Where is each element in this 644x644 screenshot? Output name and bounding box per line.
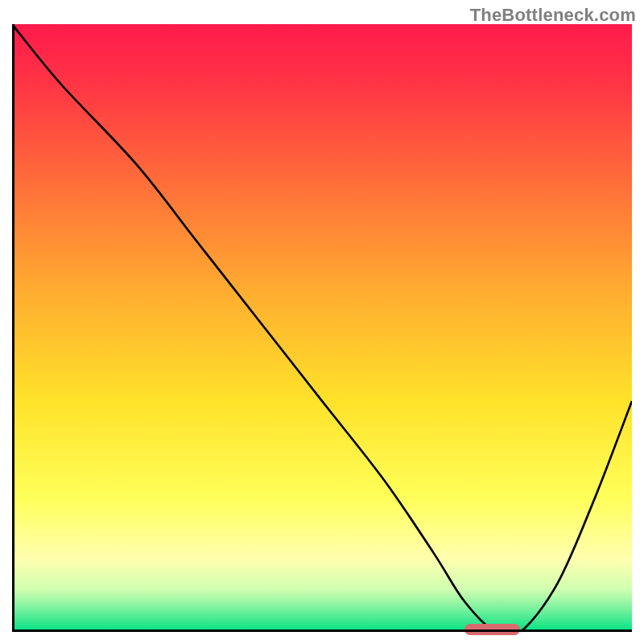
watermark-text: TheBottleneck.com bbox=[470, 5, 636, 26]
plot-area bbox=[12, 24, 632, 632]
chart-container: TheBottleneck.com bbox=[0, 0, 644, 644]
y-axis bbox=[12, 24, 14, 632]
bottleneck-curve bbox=[12, 24, 632, 632]
x-axis bbox=[12, 630, 632, 632]
